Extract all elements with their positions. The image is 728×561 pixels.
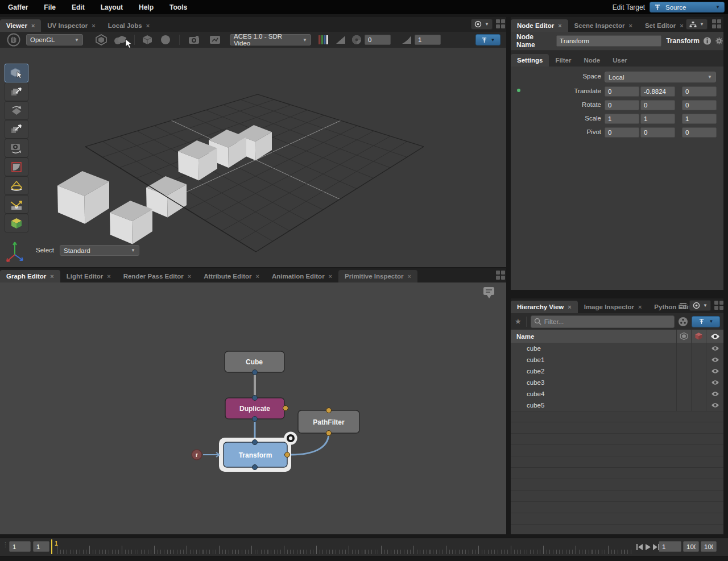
port-out[interactable]	[253, 465, 258, 470]
menu-edit[interactable]: Edit	[64, 3, 93, 11]
close-icon[interactable]: ×	[92, 23, 95, 29]
annotation-icon[interactable]	[483, 287, 494, 298]
port-out[interactable]	[253, 370, 258, 375]
tab-user[interactable]: User	[606, 54, 634, 67]
menu-file[interactable]: File	[36, 3, 64, 11]
playhead[interactable]	[51, 539, 52, 554]
port-out[interactable]	[326, 431, 332, 436]
rotate-y-field[interactable]	[640, 100, 675, 110]
tab-image-inspector[interactable]: Image Inspector×	[578, 301, 648, 313]
eye-icon[interactable]	[711, 368, 719, 374]
node-transform[interactable]: Transform	[219, 432, 297, 472]
hierarchy-edit-scope-button[interactable]: ▼	[692, 316, 720, 327]
translate-y-field[interactable]	[640, 86, 675, 97]
tab-settings[interactable]: Settings	[511, 54, 549, 67]
port-in[interactable]	[326, 408, 332, 413]
viewer-viewport[interactable]	[0, 48, 506, 267]
space-dropdown[interactable]: Local▼	[605, 72, 716, 82]
render-pass-icon[interactable]	[208, 34, 222, 46]
close-icon[interactable]: ×	[50, 273, 53, 280]
tool-scene-view[interactable]	[5, 214, 28, 232]
scale-x-field[interactable]	[605, 114, 639, 124]
hierarchy-layout-icon[interactable]	[714, 301, 723, 310]
scale-z-field[interactable]	[682, 114, 717, 124]
inclusions-column-header[interactable]	[676, 330, 691, 343]
gamma-field[interactable]	[415, 35, 441, 45]
tab-scene-inspector[interactable]: Scene Inspector×	[568, 19, 639, 32]
node-duplicate[interactable]: Duplicate	[225, 396, 288, 422]
rotate-x-field[interactable]	[605, 100, 639, 110]
port-in[interactable]	[253, 396, 258, 401]
close-icon[interactable]: ×	[188, 273, 191, 280]
tool-scale[interactable]	[5, 120, 28, 139]
pivot-x-field[interactable]	[605, 127, 639, 138]
display-transform-dropdown[interactable]: ACES 1.0 - SDR Video▼	[230, 34, 311, 45]
eye-icon[interactable]	[711, 391, 719, 397]
hierarchy-row-cube3[interactable]: cube3	[511, 377, 723, 389]
close-icon[interactable]: ×	[628, 23, 632, 29]
close-icon[interactable]: ×	[256, 273, 259, 280]
pivot-z-field[interactable]	[682, 127, 717, 138]
close-icon[interactable]: ×	[558, 23, 561, 29]
close-icon[interactable]: ×	[638, 304, 642, 310]
info-icon[interactable]	[703, 36, 712, 45]
name-column-header[interactable]: Name	[511, 333, 676, 340]
viewer-focus-menu-button[interactable]: ▼	[471, 19, 493, 30]
close-icon[interactable]: ×	[31, 23, 35, 29]
eye-icon[interactable]	[711, 380, 719, 385]
tab-light-editor[interactable]: Light Editor×	[60, 270, 117, 282]
filter-input[interactable]	[544, 317, 671, 326]
tab-node[interactable]: Node	[578, 54, 607, 67]
tool-light[interactable]	[5, 176, 28, 195]
close-icon[interactable]: ×	[107, 273, 110, 280]
node-name-input[interactable]	[556, 35, 661, 47]
tab-render-pass-editor[interactable]: Render Pass Editor×	[117, 270, 198, 282]
port-in[interactable]	[253, 440, 258, 445]
frame-field[interactable]	[659, 541, 681, 552]
drawing-mode-icon[interactable]	[94, 34, 108, 46]
viewer-layout-icon[interactable]	[496, 19, 505, 28]
tab-node-editor[interactable]: Node Editor×	[511, 19, 568, 32]
eye-icon[interactable]	[711, 402, 719, 408]
shading-cube-icon[interactable]	[141, 34, 154, 46]
close-icon[interactable]: ×	[408, 273, 411, 280]
edit-target-dropdown[interactable]: Source ▼	[650, 2, 725, 13]
channels-icon[interactable]	[318, 34, 329, 45]
menu-help[interactable]: Help	[131, 3, 162, 11]
tab-filter[interactable]: Filter	[549, 54, 577, 67]
tool-select[interactable]	[5, 64, 28, 82]
viewer-edit-scope-button[interactable]: ▼	[475, 34, 500, 45]
exposure-field[interactable]	[365, 35, 391, 45]
translate-x-field[interactable]	[605, 86, 639, 97]
aperture-icon[interactable]	[351, 34, 362, 45]
port-filter[interactable]	[285, 452, 290, 458]
port-filter[interactable]	[283, 406, 288, 411]
skip-to-start-icon[interactable]	[636, 543, 643, 551]
node-editor-follow-button[interactable]: ▼	[686, 19, 708, 30]
tab-overflow-icon[interactable]	[679, 302, 687, 309]
close-icon[interactable]: ×	[329, 273, 332, 280]
end-frame-field[interactable]	[701, 541, 717, 552]
close-icon[interactable]: ×	[680, 23, 683, 29]
eye-icon[interactable]	[711, 346, 719, 351]
port-out[interactable]	[253, 417, 258, 422]
tool-camera[interactable]	[5, 139, 28, 157]
close-icon[interactable]: ×	[146, 23, 150, 29]
hierarchy-focus-menu-button[interactable]: ▼	[689, 300, 711, 311]
frame-start-field[interactable]	[9, 541, 31, 552]
scale-y-field[interactable]	[640, 114, 675, 124]
menu-tools[interactable]: Tools	[162, 3, 195, 11]
node-cube[interactable]: Cube	[225, 351, 284, 375]
gear-icon[interactable]	[715, 36, 723, 45]
select-mode-dropdown[interactable]: Standard▼	[60, 245, 139, 256]
tool-translate[interactable]	[5, 82, 28, 101]
tab-graph-editor[interactable]: Graph Editor×	[0, 270, 60, 282]
menu-gaffer[interactable]: Gaffer	[0, 3, 36, 11]
tab-attribute-editor[interactable]: Attribute Editor×	[197, 270, 266, 282]
focus-ring[interactable]	[284, 432, 297, 445]
tab-primitive-inspector[interactable]: Primitive Inspector×	[338, 270, 417, 282]
translate-z-field[interactable]	[682, 86, 717, 97]
close-icon[interactable]: ×	[568, 304, 571, 310]
rotate-z-field[interactable]	[682, 100, 717, 110]
graph-layout-icon[interactable]	[496, 271, 505, 280]
